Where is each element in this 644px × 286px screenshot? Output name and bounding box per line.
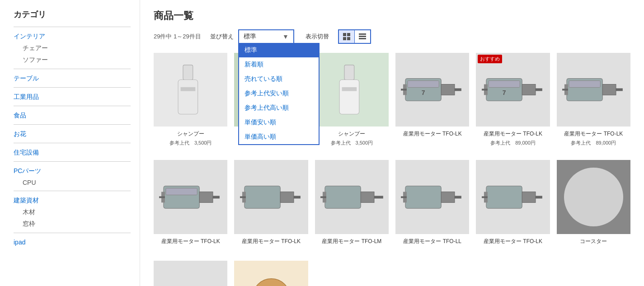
sidebar-item-industrial[interactable]: 工業用品 bbox=[14, 93, 131, 101]
dropdown-caret-icon: ▼ bbox=[276, 33, 289, 40]
product-image-r3-2 bbox=[234, 261, 308, 286]
sort-option-newest[interactable]: 新着順 bbox=[239, 57, 319, 72]
sort-option-unit-high[interactable]: 単価高い順 bbox=[239, 130, 319, 144]
display-list-button[interactable] bbox=[354, 30, 370, 43]
sidebar-item-interior[interactable]: インテリア bbox=[14, 33, 131, 41]
svg-rect-7 bbox=[183, 65, 193, 80]
shampoo-svg3 bbox=[322, 60, 381, 119]
sort-option-price-high[interactable]: 参考上代高い順 bbox=[239, 101, 319, 115]
sidebar-sub-sofa[interactable]: ソファー bbox=[14, 56, 131, 64]
display-switch-label: 表示切替 bbox=[306, 33, 329, 41]
product-card-shampoo3[interactable]: シャンプー 参考上代 3,500円 bbox=[315, 53, 389, 146]
product-grid-row3 bbox=[154, 261, 630, 286]
product-image-r2-5 bbox=[476, 160, 550, 234]
product-name-r2-5: 産業用モーター TFO-LK bbox=[484, 238, 542, 245]
product-card-r2-3[interactable]: 産業用モーター TFO-LM bbox=[315, 160, 389, 247]
product-card-coaster[interactable]: コースター bbox=[557, 160, 630, 247]
sidebar-section-table: テーブル bbox=[14, 75, 131, 83]
product-card-r2-4[interactable]: 産業用モーター TFO-LL bbox=[395, 160, 469, 247]
animal-svg bbox=[240, 266, 303, 286]
sort-option-unit-low[interactable]: 単価安い順 bbox=[239, 115, 319, 130]
svg-rect-14 bbox=[342, 87, 357, 91]
sort-option-standard[interactable]: 標準 bbox=[239, 43, 319, 57]
sidebar-sub-window[interactable]: 窓枠 bbox=[14, 220, 131, 228]
svg-rect-58 bbox=[536, 196, 542, 198]
sidebar-item-ipad[interactable]: ipad bbox=[14, 239, 131, 246]
product-card-motor1[interactable]: 7 産業用モーター TFO-LK bbox=[395, 53, 469, 146]
sort-option-price-low[interactable]: 参考上代安い順 bbox=[239, 86, 319, 101]
motor-svg-r2-5 bbox=[482, 166, 545, 229]
svg-rect-51 bbox=[405, 186, 441, 208]
svg-rect-41 bbox=[244, 186, 280, 208]
sort-label: 並び替え bbox=[210, 33, 234, 41]
motor-svg-r2-3 bbox=[320, 166, 383, 229]
svg-rect-1 bbox=[347, 33, 350, 36]
svg-rect-16 bbox=[441, 84, 455, 95]
svg-rect-57 bbox=[522, 192, 536, 202]
svg-rect-24 bbox=[536, 89, 542, 91]
svg-rect-2 bbox=[343, 37, 346, 40]
sidebar-title: カテゴリ bbox=[14, 9, 131, 20]
product-card-shampoo1[interactable]: シャンプー 参考上代 3,500円 bbox=[154, 53, 227, 146]
product-price3: 参考上代 3,500円 bbox=[331, 140, 373, 146]
list-icon bbox=[358, 33, 367, 41]
motor-svg-r3-1 bbox=[159, 266, 222, 286]
sidebar-section-housing: 住宅設備 bbox=[14, 149, 131, 157]
svg-text:7: 7 bbox=[502, 89, 506, 97]
svg-rect-56 bbox=[486, 186, 522, 208]
svg-rect-27 bbox=[488, 81, 519, 88]
product-image-motor3 bbox=[557, 53, 630, 127]
product-image-shampoo3 bbox=[315, 53, 389, 127]
product-image-r2-1 bbox=[154, 160, 227, 234]
svg-text:7: 7 bbox=[422, 89, 425, 97]
product-card-r3-1[interactable] bbox=[154, 261, 227, 286]
product-card-motor3[interactable]: 産業用モーター TFO-LK 参考上代 89,000円 bbox=[557, 53, 630, 146]
sidebar-sub-cpu[interactable]: CPU bbox=[14, 179, 131, 186]
sort-option-popular[interactable]: 売れている順 bbox=[239, 72, 319, 86]
svg-rect-30 bbox=[602, 84, 616, 95]
sidebar-sub-chair[interactable]: チェアー bbox=[14, 44, 131, 52]
product-image-r2-2 bbox=[234, 160, 308, 234]
product-name-coaster: コースター bbox=[580, 238, 607, 245]
product-image-motor2: おすすめ 7 bbox=[476, 53, 550, 127]
product-card-motor2[interactable]: おすすめ 7 産業用モーター TFO-LK 参考上代 89,000円 bbox=[476, 53, 550, 146]
sidebar-section-pc: PCパーツ CPU bbox=[14, 167, 131, 186]
shampoo-svg bbox=[161, 60, 220, 119]
svg-rect-5 bbox=[359, 36, 366, 37]
svg-rect-52 bbox=[441, 192, 455, 202]
motor-svg3 bbox=[562, 58, 625, 121]
product-price6: 参考上代 89,000円 bbox=[571, 140, 616, 146]
sidebar-item-pc[interactable]: PCパーツ bbox=[14, 167, 131, 175]
sidebar-sub-wood[interactable]: 木材 bbox=[14, 208, 131, 216]
product-grid-row1: シャンプー 参考上代 3,500円 シャンプー bbox=[154, 53, 630, 146]
sidebar-item-housing[interactable]: 住宅設備 bbox=[14, 149, 131, 157]
svg-rect-8 bbox=[178, 80, 198, 114]
product-card-r2-5[interactable]: 産業用モーター TFO-LK bbox=[476, 160, 550, 247]
product-name-r2-3: 産業用モーター TFO-LM bbox=[322, 238, 381, 245]
svg-rect-43 bbox=[294, 196, 301, 198]
motor-svg-r2-4 bbox=[401, 166, 464, 229]
sidebar-item-table[interactable]: テーブル bbox=[14, 75, 131, 83]
svg-point-64 bbox=[252, 279, 290, 286]
product-name: シャンプー bbox=[177, 130, 204, 138]
sort-trigger[interactable]: 標準 ▼ bbox=[239, 30, 293, 43]
product-image-r3-1 bbox=[154, 261, 227, 286]
sort-dropdown-wrapper: 標準 ▼ 標準 新着順 売れている順 参考上代安い順 参考上代高い順 単価安い順… bbox=[238, 29, 294, 44]
sidebar-item-building[interactable]: 建築資材 bbox=[14, 197, 131, 205]
toolbar: 29件中 1～29件目 並び替え 標準 ▼ 標準 新着順 売れている順 参考上代… bbox=[154, 29, 630, 44]
product-name4: 産業用モーター TFO-LK bbox=[403, 130, 462, 138]
svg-rect-31 bbox=[616, 89, 623, 91]
sort-current-value: 標準 bbox=[244, 33, 256, 41]
display-grid-button[interactable] bbox=[339, 30, 354, 43]
svg-rect-48 bbox=[374, 196, 383, 198]
product-card-r3-2[interactable] bbox=[234, 261, 308, 286]
product-name-r2-2: 産業用モーター TFO-LK bbox=[242, 238, 301, 245]
sidebar-item-food[interactable]: 食品 bbox=[14, 112, 131, 120]
product-name3: シャンプー bbox=[338, 130, 365, 138]
badge-osusume: おすすめ bbox=[478, 55, 502, 63]
product-card-r2-2[interactable]: 産業用モーター TFO-LK bbox=[234, 160, 308, 247]
product-price5: 参考上代 89,000円 bbox=[490, 140, 536, 146]
grid-icon bbox=[343, 33, 351, 41]
sidebar-item-flower[interactable]: お花 bbox=[14, 130, 131, 138]
product-card-r2-1[interactable]: 産業用モーター TFO-LK bbox=[154, 160, 227, 247]
